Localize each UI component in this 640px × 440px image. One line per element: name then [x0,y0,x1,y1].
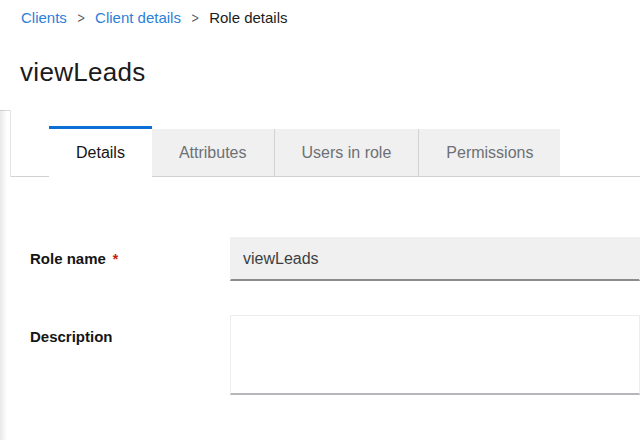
tab-users-in-role-label: Users in role [302,144,392,162]
tabs-section: Details Attributes Users in role Permiss… [10,110,640,177]
chevron-right-icon: > [191,9,198,26]
header-divider [0,110,10,111]
role-name-row: Role name * [20,237,640,281]
description-row: Description [20,315,640,395]
role-name-label-group: Role name * [20,237,230,267]
page-title: viewLeads [20,59,640,85]
description-label-group: Description [20,315,230,345]
page-header: Clients > Client details > Role details … [0,0,640,110]
required-asterisk: * [113,250,118,267]
role-details-page: Clients > Client details > Role details … [0,0,640,440]
tab-users-in-role[interactable]: Users in role [274,129,419,176]
tab-details[interactable]: Details [49,126,152,177]
role-name-label: Role name [30,250,106,267]
role-details-form: Role name * Description [10,237,640,395]
chevron-right-icon: > [77,9,84,26]
tab-bar: Details Attributes Users in role Permiss… [11,127,640,177]
content-card: Details Attributes Users in role Permiss… [10,110,640,395]
tab-attributes[interactable]: Attributes [152,129,274,176]
tab-details-label: Details [76,144,125,162]
tab-permissions-label: Permissions [446,144,533,162]
breadcrumb-link-clients[interactable]: Clients [21,9,67,26]
tab-attributes-label: Attributes [179,144,247,162]
description-label: Description [30,328,113,345]
breadcrumb-link-client-details[interactable]: Client details [95,9,181,26]
breadcrumb-current-role-details: Role details [209,9,287,26]
breadcrumb: Clients > Client details > Role details [0,0,640,26]
role-name-input[interactable] [230,237,640,281]
description-textarea[interactable] [230,315,640,395]
main-content: Details Attributes Users in role Permiss… [0,110,640,440]
tab-permissions[interactable]: Permissions [418,129,560,176]
